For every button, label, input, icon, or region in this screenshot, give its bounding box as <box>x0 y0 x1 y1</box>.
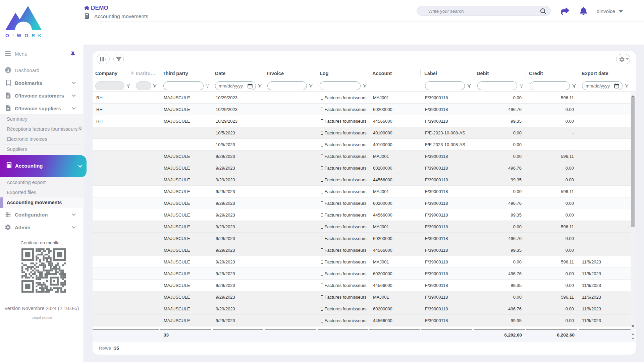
svg-text:O’WORK: O’WORK <box>5 33 43 38</box>
